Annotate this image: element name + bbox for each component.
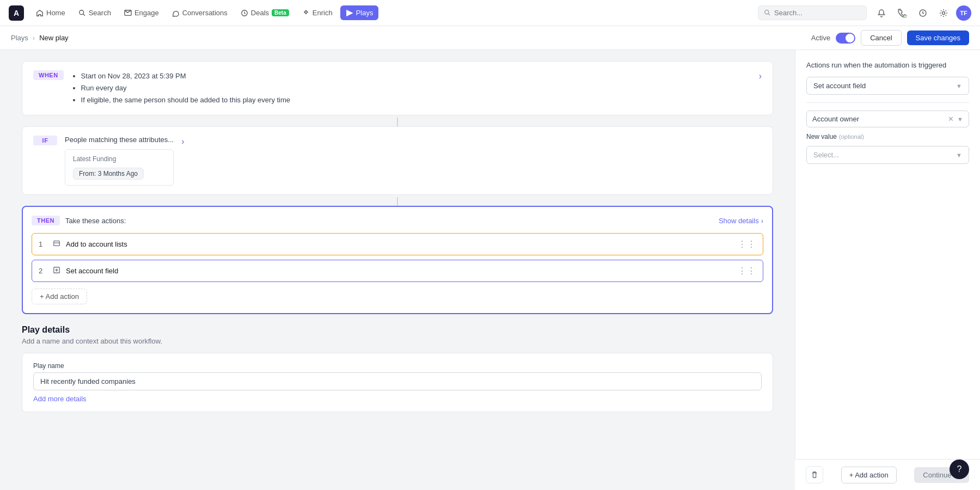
if-chevron[interactable]: › bbox=[181, 137, 184, 146]
new-value-label: New value bbox=[806, 133, 837, 140]
action-type-value: Set account field bbox=[813, 82, 866, 90]
help-button[interactable]: ? bbox=[950, 460, 969, 479]
user-avatar[interactable]: TF bbox=[956, 5, 971, 21]
nav-search[interactable]: Search bbox=[73, 5, 117, 20]
breadcrumb-current: New play bbox=[39, 34, 68, 42]
action-row-1[interactable]: 1 Add to account lists ⋮⋮ bbox=[32, 233, 763, 255]
action-num-2: 2 bbox=[39, 267, 47, 275]
nav-plays[interactable]: Plays bbox=[340, 5, 379, 20]
play-details: Play details Add a name and context abou… bbox=[22, 325, 773, 412]
header-actions: Active Cancel Save changes bbox=[811, 30, 969, 46]
play-name-card: Play name Add more details bbox=[22, 353, 773, 412]
new-value-select[interactable]: Select... ▼ bbox=[806, 146, 969, 164]
active-toggle[interactable] bbox=[836, 33, 855, 44]
add-more-details-link[interactable]: Add more details bbox=[33, 395, 87, 403]
then-header: THEN Take these actions: Show details › bbox=[32, 216, 763, 225]
nav-enrich[interactable]: Enrich bbox=[297, 5, 338, 20]
save-button[interactable]: Save changes bbox=[907, 30, 969, 45]
play-name-input[interactable] bbox=[33, 372, 762, 390]
filter-title: Latest Funding bbox=[73, 155, 166, 163]
logo-text: A bbox=[14, 9, 19, 17]
show-details-chevron: › bbox=[761, 217, 763, 225]
nav-conversations-label: Conversations bbox=[182, 9, 228, 17]
when-item-2: Run every day bbox=[81, 82, 751, 94]
then-text: Take these actions: bbox=[65, 217, 126, 225]
panel-add-action-label: + Add action bbox=[849, 471, 889, 479]
play-details-title: Play details bbox=[22, 325, 773, 335]
notifications-icon[interactable] bbox=[873, 5, 890, 21]
field-tag-value: Account owner bbox=[812, 115, 945, 123]
settings-icon[interactable] bbox=[935, 5, 952, 21]
play-details-subtitle: Add a name and context about this workfl… bbox=[22, 337, 773, 345]
new-value-section: New value (optional) Select... ▼ bbox=[806, 133, 969, 164]
connector-line-2 bbox=[397, 197, 398, 206]
action-menu-2[interactable]: ⋮⋮ bbox=[738, 266, 756, 276]
svg-rect-6 bbox=[54, 241, 60, 246]
center-content: WHEN Start on Nov 28, 2023 at 5:39 PM Ru… bbox=[0, 50, 795, 490]
field-tag-remove[interactable]: ✕ bbox=[948, 115, 954, 123]
svg-point-0 bbox=[79, 10, 83, 14]
nav-home-label: Home bbox=[46, 9, 65, 17]
when-label: WHEN bbox=[33, 70, 64, 80]
breadcrumb-parent[interactable]: Plays bbox=[11, 34, 28, 42]
panel-title: Actions run when the automation is trigg… bbox=[806, 61, 969, 69]
search-icon bbox=[78, 9, 86, 17]
conversations-icon bbox=[172, 9, 180, 17]
svg-point-3 bbox=[765, 10, 769, 14]
nav-deals-label: Deals bbox=[251, 9, 269, 17]
nav-engage[interactable]: Engage bbox=[119, 5, 164, 20]
search-input-icon bbox=[764, 9, 771, 16]
show-details-label: Show details bbox=[719, 217, 759, 225]
bell-icon[interactable] bbox=[915, 5, 931, 21]
action-type-select[interactable]: Set account field ▼ bbox=[806, 77, 969, 95]
when-block: WHEN Start on Nov 28, 2023 at 5:39 PM Ru… bbox=[22, 61, 773, 115]
if-label: IF bbox=[33, 136, 57, 145]
action-icon-1 bbox=[53, 240, 60, 249]
action-type-caret: ▼ bbox=[956, 83, 962, 89]
when-row: WHEN Start on Nov 28, 2023 at 5:39 PM Ru… bbox=[22, 62, 773, 115]
phone-icon[interactable] bbox=[894, 5, 910, 21]
nav-deals[interactable]: Deals Beta bbox=[235, 5, 295, 20]
beta-badge: Beta bbox=[272, 9, 289, 16]
active-label: Active bbox=[811, 34, 830, 42]
show-details-button[interactable]: Show details › bbox=[719, 217, 763, 225]
when-item-3: If eligible, the same person should be a… bbox=[81, 94, 751, 106]
global-search[interactable] bbox=[758, 5, 867, 20]
cancel-button[interactable]: Cancel bbox=[861, 30, 901, 46]
filter-chip[interactable]: From: 3 Months Ago bbox=[73, 168, 144, 180]
nav-home[interactable]: Home bbox=[30, 5, 71, 20]
then-block: THEN Take these actions: Show details › … bbox=[22, 206, 773, 314]
then-title: THEN Take these actions: bbox=[32, 216, 126, 225]
new-value-sub: (optional) bbox=[839, 133, 864, 140]
field-tag-caret: ▼ bbox=[957, 116, 963, 122]
navbar: A Home Search Engage Conversations Deals… bbox=[0, 0, 980, 26]
breadcrumb-separator: › bbox=[33, 34, 35, 42]
nav-right-icons: TF bbox=[873, 5, 971, 21]
plays-icon bbox=[346, 9, 353, 17]
connector-line-1 bbox=[397, 118, 398, 126]
if-text: People matching these attributes... bbox=[65, 136, 174, 144]
home-icon bbox=[36, 9, 44, 17]
if-row: IF People matching these attributes... L… bbox=[22, 127, 773, 194]
right-panel: Actions run when the automation is trigg… bbox=[795, 50, 980, 490]
when-item-1: Start on Nov 28, 2023 at 5:39 PM bbox=[81, 70, 751, 82]
nav-engage-label: Engage bbox=[134, 9, 159, 17]
then-label: THEN bbox=[32, 216, 60, 225]
breadcrumb-bar: Plays › New play Active Cancel Save chan… bbox=[0, 26, 980, 50]
add-action-button[interactable]: + Add action bbox=[32, 289, 87, 304]
if-content: People matching these attributes... Late… bbox=[65, 136, 174, 186]
trash-button[interactable] bbox=[806, 466, 823, 483]
nav-conversations[interactable]: Conversations bbox=[167, 5, 233, 20]
panel-add-action-button[interactable]: + Add action bbox=[841, 467, 897, 483]
field-tag-select[interactable]: Account owner ✕ ▼ bbox=[806, 111, 969, 127]
svg-point-5 bbox=[942, 11, 945, 14]
action-row-2[interactable]: 2 Set account field ⋮⋮ bbox=[32, 260, 763, 282]
breadcrumb: Plays › New play bbox=[11, 34, 69, 42]
divider-1 bbox=[806, 102, 969, 103]
search-input[interactable] bbox=[774, 9, 850, 17]
when-content: Start on Nov 28, 2023 at 5:39 PM Run eve… bbox=[71, 70, 751, 106]
when-chevron[interactable]: › bbox=[759, 71, 762, 81]
action-menu-1[interactable]: ⋮⋮ bbox=[738, 239, 756, 249]
connector-1 bbox=[22, 118, 773, 126]
app-logo[interactable]: A bbox=[9, 5, 24, 21]
